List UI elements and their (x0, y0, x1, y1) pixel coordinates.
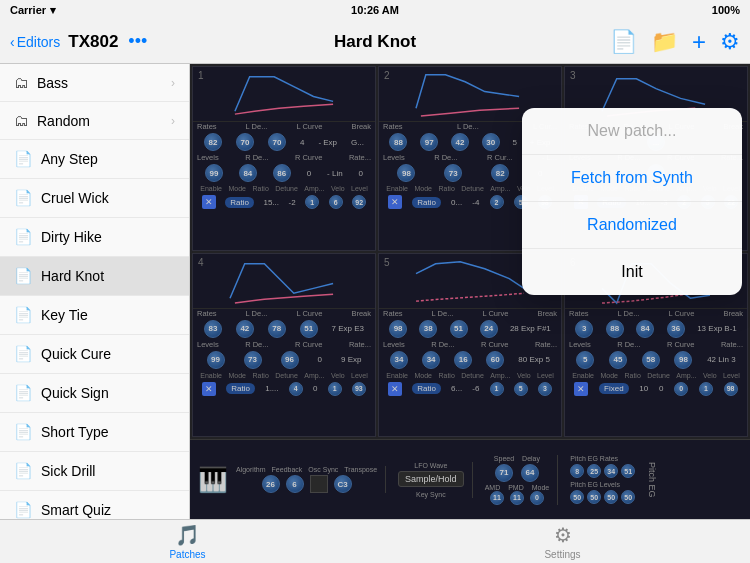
tab-patches[interactable]: 🎵 Patches (0, 520, 375, 563)
status-bar: Carrier ▾ 10:26 AM 100% (0, 0, 750, 20)
dropdown-menu: New patch... Fetch from Synth Randomized… (522, 108, 742, 295)
nav-bar: ‹ Editors TX802 ••• Hard Knot 📄 📁 + ⚙ (0, 20, 750, 64)
synth-name: TX802 (68, 32, 118, 52)
sidebar-label: Quick Sign (41, 385, 109, 401)
folder-icon: 🗂 (14, 74, 29, 91)
folder-icon: 🗂 (14, 112, 29, 129)
document-icon: 📄 (14, 306, 33, 324)
document-icon: 📄 (14, 189, 33, 207)
dropdown-randomized[interactable]: Randomized (522, 202, 742, 249)
settings-tab-icon: ⚙ (554, 523, 572, 547)
sidebar-label: Sick Drill (41, 463, 95, 479)
chevron-right-icon: › (171, 76, 175, 90)
patches-icon: 🎵 (175, 523, 200, 547)
wifi-icon: ▾ (50, 4, 56, 17)
add-patch-button[interactable]: + (692, 28, 706, 56)
sidebar-label: Smart Quiz (41, 502, 111, 518)
carrier-label: Carrier (10, 4, 46, 16)
nav-title-group: TX802 ••• (68, 31, 147, 52)
document-icon: 📄 (14, 228, 33, 246)
sidebar-label: Dirty Hike (41, 229, 102, 245)
sidebar-label: Quick Cure (41, 346, 111, 362)
battery-label: 100% (712, 4, 740, 16)
sidebar-label: Bass (37, 75, 68, 91)
sidebar-label: Cruel Wick (41, 190, 109, 206)
tab-bar: 🎵 Patches ⚙ Settings (0, 519, 750, 563)
sidebar-label: Hard Knot (41, 268, 104, 284)
back-label: Editors (17, 34, 61, 50)
sidebar: 🗂 Bass › 🗂 Random › 📄 Any Step 📄 Cruel W… (0, 64, 190, 519)
sidebar-item-key-tie[interactable]: 📄 Key Tie (0, 296, 189, 335)
sidebar-item-sick-drill[interactable]: 📄 Sick Drill (0, 452, 189, 491)
document-icon: 📄 (14, 462, 33, 480)
patch-title: Hard Knot (334, 32, 416, 52)
sidebar-item-quick-sign[interactable]: 📄 Quick Sign (0, 374, 189, 413)
document-icon: 📄 (14, 423, 33, 441)
chevron-left-icon: ‹ (10, 34, 15, 50)
document-icon: 📄 (14, 384, 33, 402)
sidebar-label: Any Step (41, 151, 98, 167)
sidebar-item-hard-knot[interactable]: 📄 Hard Knot (0, 257, 189, 296)
document-icon: 📄 (14, 345, 33, 363)
tab-patches-label: Patches (169, 549, 205, 560)
sidebar-item-short-type[interactable]: 📄 Short Type (0, 413, 189, 452)
sidebar-label: Random (37, 113, 90, 129)
chevron-right-icon: › (171, 114, 175, 128)
sidebar-item-random[interactable]: 🗂 Random › (0, 102, 189, 140)
status-left: Carrier ▾ (10, 4, 56, 17)
nav-file-icon[interactable]: 📄 (610, 29, 637, 55)
sidebar-item-dirty-hike[interactable]: 📄 Dirty Hike (0, 218, 189, 257)
sidebar-label: Short Type (41, 424, 108, 440)
sidebar-label: Key Tie (41, 307, 88, 323)
dropdown-new-patch[interactable]: New patch... (522, 108, 742, 155)
status-time: 10:26 AM (351, 4, 399, 16)
dropdown-init[interactable]: Init (522, 249, 742, 295)
sidebar-item-bass[interactable]: 🗂 Bass › (0, 64, 189, 102)
document-icon: 📄 (14, 150, 33, 168)
sidebar-item-any-step[interactable]: 📄 Any Step (0, 140, 189, 179)
nav-folder-icon[interactable]: 📁 (651, 29, 678, 55)
status-right: 100% (712, 4, 740, 16)
sidebar-item-smart-quiz[interactable]: 📄 Smart Quiz (0, 491, 189, 519)
tab-settings[interactable]: ⚙ Settings (375, 520, 750, 563)
document-icon: 📄 (14, 267, 33, 285)
nav-right-icons: 📄 📁 + ⚙ (610, 28, 740, 56)
dropdown-fetch-from-synth[interactable]: Fetch from Synth (522, 155, 742, 202)
document-icon: 📄 (14, 501, 33, 519)
main-layout: 🗂 Bass › 🗂 Random › 📄 Any Step 📄 Cruel W… (0, 64, 750, 519)
sidebar-item-cruel-wick[interactable]: 📄 Cruel Wick (0, 179, 189, 218)
more-options-button[interactable]: ••• (128, 31, 147, 52)
content-area: 1 RatesL De...L CurveBreak 82 70 70 4 - … (190, 64, 750, 519)
tab-settings-label: Settings (544, 549, 580, 560)
sidebar-item-quick-cure[interactable]: 📄 Quick Cure (0, 335, 189, 374)
back-button[interactable]: ‹ Editors (10, 34, 60, 50)
settings-button[interactable]: ⚙ (720, 29, 740, 55)
